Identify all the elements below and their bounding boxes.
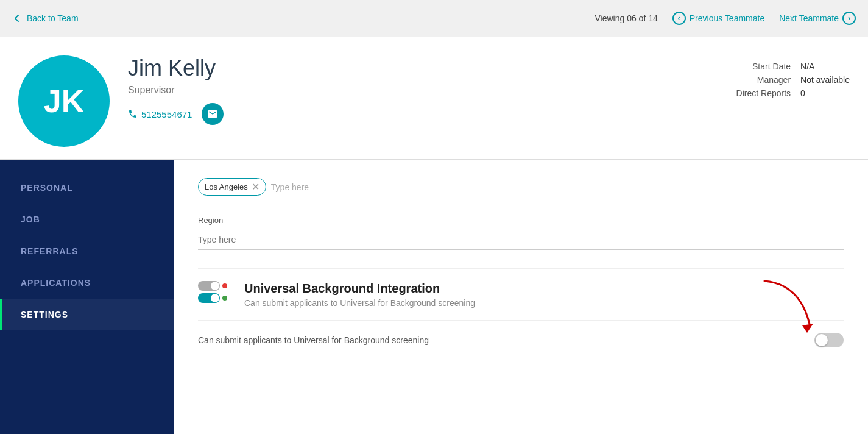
previous-label: Previous Teammate xyxy=(690,13,764,23)
svg-marker-0 xyxy=(802,324,813,333)
profile-header: JK Jim Kelly Supervisor 5125554671 Start… xyxy=(0,37,868,160)
location-placeholder: Type here xyxy=(271,182,309,192)
viewing-counter: Viewing 06 of 14 xyxy=(595,13,657,23)
sidebar-item-personal[interactable]: PERSONAL xyxy=(0,172,174,204)
setting-label: Can submit applicants to Universal for B… xyxy=(198,335,429,345)
start-date-value: N/A xyxy=(800,62,850,71)
integration-text: Universal Background Integration Can sub… xyxy=(244,282,475,308)
next-label: Next Teammate xyxy=(779,13,839,23)
location-field-group: Los Angeles ✕ Type here xyxy=(198,178,844,201)
toggle-with-arrow xyxy=(814,333,844,347)
sidebar-item-applications[interactable]: APPLICATIONS xyxy=(0,267,174,299)
sidebar-item-job[interactable]: JOB xyxy=(0,204,174,235)
toggle-knob xyxy=(816,334,828,346)
background-screening-toggle[interactable] xyxy=(814,333,844,347)
location-tag-input[interactable]: Los Angeles ✕ Type here xyxy=(198,178,844,201)
direct-reports-value: 0 xyxy=(800,88,850,98)
navigation-controls: Viewing 06 of 14 ‹ Previous Teammate Nex… xyxy=(595,12,856,25)
integration-icon xyxy=(198,281,235,308)
integration-section: Universal Background Integration Can sub… xyxy=(198,268,844,360)
location-tag-remove[interactable]: ✕ xyxy=(252,181,259,193)
phone-number: 5125554671 xyxy=(141,109,192,119)
avatar-initials: JK xyxy=(44,83,84,119)
previous-teammate-link[interactable]: ‹ Previous Teammate xyxy=(672,12,764,25)
previous-icon: ‹ xyxy=(672,12,686,25)
back-to-team-link[interactable]: Back to Team xyxy=(12,13,79,23)
integration-header: Universal Background Integration Can sub… xyxy=(198,281,844,308)
profile-meta: Start Date N/A Manager Not available Dir… xyxy=(736,62,850,98)
profile-contact: 5125554671 xyxy=(128,103,850,125)
sidebar: PERSONAL JOB REFERRALS APPLICATIONS SETT… xyxy=(0,160,174,434)
email-icon xyxy=(207,108,218,119)
back-label: Back to Team xyxy=(27,13,79,23)
location-tag-label: Los Angeles xyxy=(205,182,248,191)
phone-link[interactable]: 5125554671 xyxy=(128,109,192,119)
region-label: Region xyxy=(198,216,844,225)
arrow-left-icon xyxy=(12,13,22,23)
sidebar-item-settings[interactable]: SETTINGS xyxy=(0,299,174,330)
integration-title: Universal Background Integration xyxy=(244,282,475,296)
avatar: JK xyxy=(18,55,110,147)
main-layout: PERSONAL JOB REFERRALS APPLICATIONS SETT… xyxy=(0,160,868,434)
manager-label: Manager xyxy=(736,75,791,85)
direct-reports-label: Direct Reports xyxy=(736,88,791,98)
location-tag: Los Angeles ✕ xyxy=(198,178,266,196)
region-field-group: Region xyxy=(198,216,844,250)
region-input[interactable] xyxy=(198,230,844,250)
next-icon: › xyxy=(842,12,856,25)
sidebar-item-referrals[interactable]: REFERRALS xyxy=(0,235,174,267)
integration-subtitle: Can submit applicants to Universal for B… xyxy=(244,298,475,308)
start-date-label: Start Date xyxy=(736,62,791,71)
next-teammate-link[interactable]: Next Teammate › xyxy=(779,12,856,25)
manager-value: Not available xyxy=(800,75,850,85)
content-area: Los Angeles ✕ Type here Region xyxy=(174,160,868,434)
top-bar: Back to Team Viewing 06 of 14 ‹ Previous… xyxy=(0,0,868,37)
phone-icon xyxy=(128,109,138,119)
email-button[interactable] xyxy=(202,103,224,125)
setting-row: Can submit applicants to Universal for B… xyxy=(198,320,844,360)
